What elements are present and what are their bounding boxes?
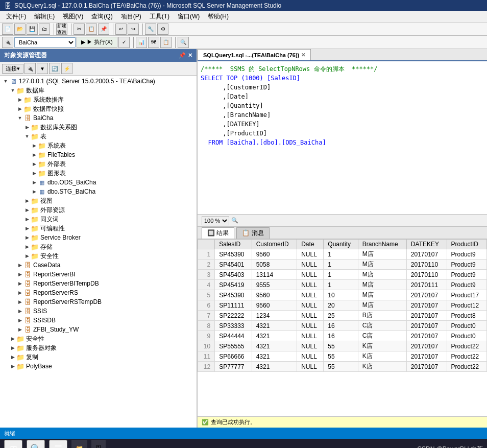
- tree-item-databases[interactable]: ▼📁数据库: [0, 86, 197, 95]
- tree-item-sysdb[interactable]: ▶📁系统数据库: [0, 95, 197, 104]
- results-btn[interactable]: 📋: [160, 37, 172, 48]
- tree-expand-reportserverbitempdb[interactable]: ▶: [16, 281, 23, 286]
- tree-item-exttables[interactable]: ▶📁外部表: [0, 159, 197, 169]
- tree-item-graphtables[interactable]: ▶📁图形表: [0, 169, 197, 178]
- menu-item-编辑(E)[interactable]: 编辑(E): [30, 11, 59, 22]
- tree-item-reportserverrs[interactable]: ▶🗄ReportServerRS: [0, 288, 197, 297]
- table-row[interactable]: 12SP777774321NULL55K店20170107Product22: [198, 362, 487, 372]
- tree-expand-servicebroker[interactable]: ▶: [23, 235, 31, 240]
- connect-btn[interactable]: 🔌: [2, 37, 13, 48]
- tree-expand-sysdb[interactable]: ▶: [16, 97, 23, 102]
- tree-item-reportserverrstempdb[interactable]: ▶🗄ReportServerRSTempDB: [0, 297, 197, 306]
- tree-expand-filetables[interactable]: ▶: [31, 152, 38, 157]
- table-row[interactable]: 4SP454199555NULL1M店20170111Product9: [198, 280, 487, 290]
- zoom-selector[interactable]: 100 %: [202, 216, 229, 225]
- tree-item-polybase[interactable]: ▶📁PolyBase: [0, 362, 197, 371]
- tree-item-casedata[interactable]: ▶🗄CaseData: [0, 261, 197, 270]
- tree-expand-graphtables[interactable]: ▶: [31, 171, 38, 176]
- table-row[interactable]: 10SP555554321NULL55K店20170107Product22: [198, 341, 487, 351]
- ssms-app[interactable]: 🗄: [91, 440, 106, 448]
- diagram-btn[interactable]: 🗺: [148, 37, 159, 48]
- tree-expand-stg[interactable]: ▶: [31, 189, 38, 194]
- sql-tab-1[interactable]: SQLQuery1.sql -...(TEA\BaiCha (76)) ✕: [198, 49, 311, 60]
- tree-expand-ods[interactable]: ▶: [31, 180, 38, 185]
- tree-expand-databases[interactable]: ▼: [9, 88, 16, 93]
- tree-expand-storage[interactable]: ▶: [23, 244, 31, 249]
- tree-item-server[interactable]: ▼🖥127.0.0.1 (SQL Server 15.0.2000.5 - TE…: [0, 77, 197, 86]
- close-oe-icon[interactable]: ✕: [188, 52, 192, 59]
- tree-item-security2[interactable]: ▶📁安全性: [0, 334, 197, 343]
- tree-expand-tables[interactable]: ▼: [23, 134, 31, 139]
- table-row[interactable]: 2SP454015058NULL1M店20170110Product9: [198, 260, 487, 270]
- tree-item-servicebroker[interactable]: ▶📁Service Broker: [0, 233, 197, 242]
- tree-expand-dbsnap[interactable]: ▶: [16, 106, 23, 111]
- tree-expand-systables[interactable]: ▶: [31, 143, 38, 148]
- tree-expand-security2[interactable]: ▶: [9, 336, 16, 341]
- table-row[interactable]: 8SP333334321NULL16C店20170107Product0: [198, 321, 487, 331]
- connect-btn[interactable]: 连接▾: [2, 64, 23, 74]
- tree-item-synonyms[interactable]: ▶📁同义词: [0, 215, 197, 224]
- execute-btn[interactable]: ▶ ▶ 执行(X): [77, 37, 117, 48]
- tree-expand-reportserverrs[interactable]: ▶: [16, 290, 23, 295]
- tree-item-serverobj[interactable]: ▶📁服务器对象: [0, 343, 197, 352]
- tree-expand-server[interactable]: ▼: [2, 79, 9, 84]
- tree-item-ssis[interactable]: ▶🗄SSIS: [0, 306, 197, 316]
- tree-item-stg[interactable]: ▶▦dbo.STG_BaiCha: [0, 187, 197, 196]
- tree-item-extsrc[interactable]: ▶📁外部资源: [0, 205, 197, 215]
- menu-item-帮助(H)[interactable]: 帮助(H): [204, 11, 233, 22]
- menu-item-窗口(W)[interactable]: 窗口(W): [174, 11, 204, 22]
- tree-item-storage[interactable]: ▶📁存储: [0, 242, 197, 251]
- paste-btn[interactable]: 📌: [98, 23, 109, 35]
- tree-expand-views[interactable]: ▶: [23, 198, 31, 203]
- taskview-btn[interactable]: ☰: [49, 440, 67, 448]
- explorer-app[interactable]: 📁: [71, 440, 87, 448]
- table-row[interactable]: 6SP111119560NULL20M店20170107Product12: [198, 300, 487, 311]
- sql-tab-close[interactable]: ✕: [301, 52, 305, 58]
- tree-item-reportserverbitempdb[interactable]: ▶🗄ReportServerBITempDB: [0, 279, 197, 288]
- tree-item-security[interactable]: ▶📁安全性: [0, 251, 197, 261]
- parse-btn[interactable]: 📊: [136, 37, 147, 48]
- misc1-btn[interactable]: 🔧: [145, 23, 156, 35]
- tree-expand-replication[interactable]: ▶: [9, 355, 16, 360]
- tree-item-dbsnap[interactable]: ▶📁数据库快照: [0, 104, 197, 113]
- menu-item-查询(Q)[interactable]: 查询(Q): [87, 11, 116, 22]
- result-tab-📋 消息[interactable]: 📋 消息: [236, 227, 269, 239]
- tree-expand-synonyms[interactable]: ▶: [23, 217, 31, 222]
- result-grid[interactable]: SalesIDCustomerIDDateQuantityBranchNameD…: [198, 239, 487, 416]
- table-row[interactable]: 3SP4540313114NULL1M店20170110Product9: [198, 270, 487, 280]
- misc3-btn[interactable]: 🔍: [178, 37, 189, 48]
- undo-btn[interactable]: ↩: [115, 23, 127, 35]
- tree-item-zfbi[interactable]: ▶🗄ZFBI_Study_YW: [0, 325, 197, 334]
- sql-editor[interactable]: /***** SSMS 的 SelectTopNRows 命令的脚本 *****…: [198, 61, 487, 215]
- tree-expand-serverobj[interactable]: ▶: [9, 345, 16, 350]
- tree-expand-polybase[interactable]: ▶: [9, 364, 16, 369]
- tree-item-replication[interactable]: ▶📁复制: [0, 352, 197, 362]
- table-row[interactable]: 9SP444444321NULL16C店20170107Product0: [198, 331, 487, 341]
- tree-item-views[interactable]: ▶📁视图: [0, 196, 197, 205]
- tree-expand-casedata[interactable]: ▶: [16, 263, 23, 268]
- db-selector[interactable]: BaiCha: [14, 37, 76, 48]
- tree-expand-reportserverrstempdb[interactable]: ▶: [16, 299, 23, 304]
- result-tab-🔲 结果[interactable]: 🔲 结果: [202, 227, 234, 239]
- tree-item-tables[interactable]: ▼📁表: [0, 132, 197, 141]
- tree-expand-exttables[interactable]: ▶: [31, 161, 38, 167]
- pin-icon[interactable]: 📌: [179, 52, 186, 59]
- tree-expand-ssis[interactable]: ▶: [16, 309, 23, 314]
- tree-expand-ssisdb[interactable]: ▶: [16, 318, 23, 323]
- tree-expand-baicha[interactable]: ▼: [16, 115, 23, 121]
- table-row[interactable]: 5SP453909560NULL10M店20170107Product17: [198, 290, 487, 300]
- tree-item-ssisdb[interactable]: ▶🗄SSISDB: [0, 316, 197, 325]
- open-btn[interactable]: 📂: [14, 23, 26, 35]
- tree-item-filetables[interactable]: ▶📁FileTables: [0, 150, 197, 159]
- tree-expand-prog[interactable]: ▶: [23, 226, 31, 231]
- menu-item-工具(T)[interactable]: 工具(T): [145, 11, 174, 22]
- save-btn[interactable]: 💾: [27, 23, 38, 35]
- tree-expand-reportserverbi[interactable]: ▶: [16, 272, 23, 277]
- refresh-btn[interactable]: 🔄: [49, 63, 60, 74]
- new-query2-btn[interactable]: 新建查询: [56, 23, 67, 35]
- search-btn[interactable]: 🔍: [27, 440, 45, 448]
- tree-expand-security[interactable]: ▶: [23, 253, 31, 258]
- properties-btn[interactable]: ⚡: [61, 63, 72, 74]
- tree-expand-extsrc[interactable]: ▶: [23, 207, 31, 213]
- menu-item-项目(P)[interactable]: 项目(P): [117, 11, 145, 22]
